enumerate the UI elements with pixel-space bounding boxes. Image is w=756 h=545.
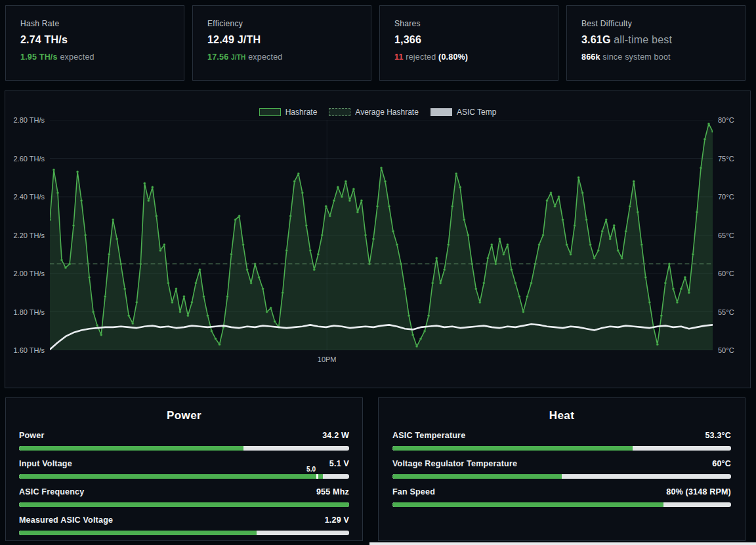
row-value: 80% (3148 RPM) <box>666 487 731 496</box>
hashrate-temp-chart <box>50 120 713 350</box>
stat-card-shares: Shares 1,366 11 rejected (0.80%) <box>379 5 558 81</box>
text-segment: expected <box>58 52 94 62</box>
text-segment: 866k <box>581 52 600 62</box>
card-subtext: 11 rejected (0.80%) <box>394 52 543 62</box>
text-segment: 11 <box>394 52 404 62</box>
heat-panel: Heat ASIC Temperature 53.3°C Voltage Reg… <box>378 397 746 541</box>
y-axis-right-ticks: 80°C75°C70°C65°C60°C55°C50°C <box>718 120 748 350</box>
y-axis-tick-label: 2.80 TH/s <box>5 115 45 125</box>
power-panel: Power Power 34.2 W Input Voltage 5.1 V 5… <box>5 397 363 541</box>
card-value: 12.49 J/TH <box>207 34 356 46</box>
card-subtext: 1.95 TH/s expected <box>20 52 169 62</box>
card-value: 3.61G all-time best <box>581 34 730 46</box>
hashrate-chart-panel: Hashrate Average Hashrate ASIC Temp 2.80… <box>5 91 751 388</box>
power-panel-title: Power <box>19 409 349 422</box>
text-segment: J/TH <box>231 54 245 61</box>
y-axis-tick-label: 65°C <box>718 231 734 240</box>
y-axis-tick-label: 1.80 TH/s <box>5 308 45 317</box>
row-label: Measured ASIC Voltage <box>19 515 113 525</box>
y-axis-tick-label: 80°C <box>718 115 734 125</box>
legend-item-hashrate[interactable]: Hashrate <box>259 108 318 117</box>
asic-temp-legend-swatch-icon <box>430 108 452 116</box>
legend-item-asic-temp[interactable]: ASIC Temp <box>430 108 496 117</box>
average-hashrate-legend-swatch-icon <box>329 108 350 116</box>
asic-temperature-progress-bar <box>392 446 731 451</box>
card-title: Hash Rate <box>20 19 169 28</box>
text-segment: since system boot <box>600 52 671 62</box>
row-label: Voltage Regulator Temperature <box>392 459 517 468</box>
asic-frequency-row: ASIC Frequency 955 Mhz <box>19 487 349 507</box>
row-value: 60°C <box>712 459 731 468</box>
nominal-voltage-label: 5.0 <box>306 466 316 473</box>
y-axis-tick-label: 2.40 TH/s <box>5 192 45 201</box>
asic-temperature-row: ASIC Temperature 53.3°C <box>392 431 731 451</box>
y-axis-tick-label: 60°C <box>718 269 734 278</box>
fan-speed-row: Fan Speed 80% (3148 RPM) <box>392 487 731 507</box>
hashrate-area <box>50 124 713 350</box>
stat-card-efficiency: Efficiency 12.49 J/TH 17.56 J/TH expecte… <box>192 5 371 81</box>
text-segment: 17.56 <box>207 52 231 62</box>
card-title: Shares <box>394 19 543 28</box>
measured-asic-voltage-row: Measured ASIC Voltage 1.29 V <box>19 515 349 535</box>
row-label: Fan Speed <box>392 487 435 496</box>
x-axis-ticks: 10PM <box>50 355 713 365</box>
fan-speed-progress-bar <box>392 502 731 507</box>
measured-asic-voltage-progress-bar <box>19 531 349 535</box>
input-voltage-row: Input Voltage 5.1 V 5.0 <box>19 459 349 479</box>
legend-label: ASIC Temp <box>457 108 496 117</box>
horizontal-scrollbar[interactable] <box>369 542 756 545</box>
row-value: 34.2 W <box>322 431 349 440</box>
vr-temperature-row: Voltage Regulator Temperature 60°C <box>392 459 731 479</box>
card-subtext: 866k since system boot <box>581 52 730 62</box>
card-value: 1,366 <box>394 34 543 46</box>
card-value: 2.74 TH/s <box>20 34 169 46</box>
power-row: Power 34.2 W <box>19 431 349 451</box>
chart-legend: Hashrate Average Hashrate ASIC Temp <box>5 108 750 117</box>
card-title: Efficiency <box>207 19 356 28</box>
y-axis-tick-label: 75°C <box>718 154 734 163</box>
text-segment: 12.49 J/TH <box>207 34 261 45</box>
legend-item-average-hashrate[interactable]: Average Hashrate <box>329 108 419 117</box>
y-axis-left-ticks: 2.80 TH/s2.60 TH/s2.40 TH/s2.20 TH/s2.00… <box>5 120 45 350</box>
row-label: Input Voltage <box>19 459 72 468</box>
y-axis-tick-label: 2.20 TH/s <box>5 231 45 240</box>
power-progress-bar <box>19 446 349 451</box>
text-segment: all-time best <box>611 34 673 45</box>
y-axis-tick-label: 2.60 TH/s <box>5 154 45 163</box>
row-value: 5.1 V <box>329 459 349 468</box>
chart-plot-area[interactable] <box>50 120 713 350</box>
heat-panel-title: Heat <box>392 409 731 422</box>
vr-temperature-progress-bar <box>392 474 731 479</box>
text-segment: 2.74 TH/s <box>20 34 68 45</box>
row-label: ASIC Frequency <box>19 487 84 496</box>
row-label: ASIC Temperature <box>392 431 465 440</box>
input-voltage-progress-bar: 5.0 <box>19 474 349 479</box>
hashrate-legend-swatch-icon <box>259 108 281 116</box>
y-axis-tick-label: 50°C <box>718 346 734 355</box>
row-value: 53.3°C <box>705 431 731 440</box>
card-subtext: 17.56 J/TH expected <box>207 52 356 62</box>
legend-label: Hashrate <box>285 108 318 117</box>
stat-card-hash-rate: Hash Rate 2.74 TH/s 1.95 TH/s expected <box>5 5 184 81</box>
text-segment: 1,366 <box>394 34 421 45</box>
row-value: 955 Mhz <box>316 487 349 496</box>
row-value: 1.29 V <box>325 515 349 525</box>
text-segment: rejected <box>404 52 438 62</box>
x-axis-tick-label: 10PM <box>307 355 346 363</box>
y-axis-tick-label: 1.60 TH/s <box>5 346 45 355</box>
card-title: Best Difficulty <box>581 19 730 28</box>
y-axis-tick-label: 2.00 TH/s <box>5 269 45 278</box>
text-segment: 1.95 TH/s <box>20 52 58 62</box>
legend-label: Average Hashrate <box>355 108 419 117</box>
text-segment: (0.80%) <box>438 52 468 62</box>
row-label: Power <box>19 431 45 440</box>
y-axis-tick-label: 55°C <box>718 308 734 317</box>
text-segment: 3.61G <box>581 34 611 45</box>
y-axis-tick-label: 70°C <box>718 192 734 201</box>
text-segment: expected <box>245 52 282 62</box>
nominal-voltage-tick <box>316 474 318 479</box>
asic-frequency-progress-bar <box>19 502 349 507</box>
stat-card-best-difficulty: Best Difficulty 3.61G all-time best 866k… <box>566 5 746 81</box>
